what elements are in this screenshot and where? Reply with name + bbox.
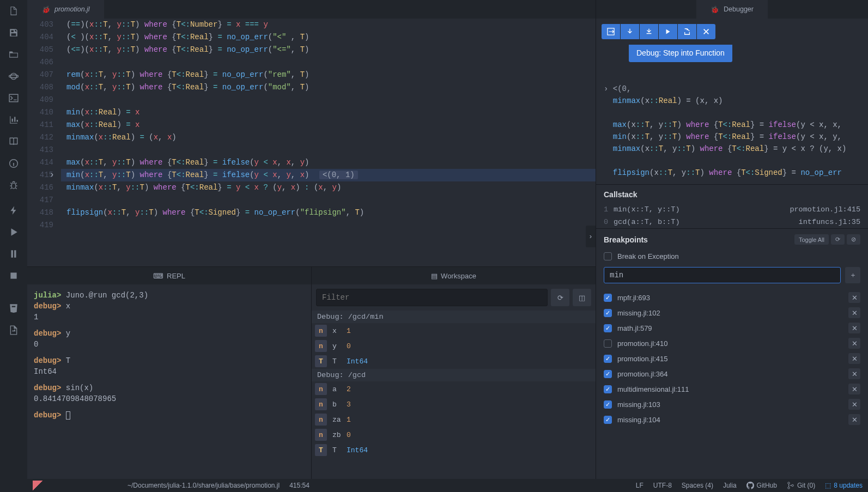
code-line[interactable]: flipsign(x::T, y::T) where {T<:Signed} =… [61,206,596,219]
new-file-icon[interactable] [8,5,19,16]
status-cursor[interactable]: 415:54 [289,482,309,489]
workspace-row[interactable]: na2 [312,381,596,397]
refresh-breakpoints-button[interactable]: ⟳ [831,234,845,245]
debug-continue-button[interactable] [602,24,620,39]
play-icon[interactable] [8,227,19,238]
pdf-icon[interactable] [8,325,19,336]
toggle-all-breakpoints-button[interactable]: Toggle All [794,234,829,245]
code-line[interactable]: min(x::T, y::T) where {T<:Real} = ifelse… [61,169,596,181]
workspace-row[interactable]: ny0 [312,338,596,354]
break-on-exception-checkbox[interactable] [604,252,612,260]
workspace-module-button[interactable]: ◫ [573,289,591,306]
code-line[interactable] [61,144,596,156]
breakpoint-label[interactable]: missing.jl:104 [617,416,843,424]
html-icon[interactable] [8,303,19,314]
delete-breakpoint-button[interactable]: ✕ [848,338,860,349]
status-git[interactable]: Git (0) [787,482,815,489]
breakpoint-label[interactable]: promotion.jl:415 [617,355,843,363]
code-line[interactable]: (<=)(x::T, y::T) where {T<:Real} = no_op… [61,44,596,56]
workspace-row[interactable]: nb3 [312,397,596,412]
code-line[interactable] [61,194,596,206]
callstack-row[interactable]: 0gcd(a::T, b::T)intfuncs.jl:35 [596,216,868,228]
breakpoint-checkbox[interactable]: ✓ [604,385,612,393]
code-line[interactable]: minmax(x::T, y::T) where {T<:Real} = y <… [61,181,596,194]
code-line[interactable]: minmax(x::Real) = (x, x) [61,131,596,144]
callstack-row[interactable]: 1min(x::T, y::T)promotion.jl:415 [596,203,868,216]
breakpoint-label[interactable]: mpfr.jl:693 [617,294,843,302]
status-lf[interactable]: LF [636,482,644,489]
breakpoint-checkbox[interactable]: ✓ [604,309,612,317]
code-line[interactable]: max(x::Real) = x [61,119,596,131]
breakpoint-label[interactable]: missing.jl:103 [617,400,843,409]
book-icon[interactable] [8,136,19,147]
code-editor[interactable]: 4034044054064074084094104114124134144154… [27,19,596,266]
code-line[interactable]: mod(x::T, y::T) where {T<:Real} = no_op_… [61,81,596,94]
status-spaces[interactable]: Spaces (4) [682,482,713,489]
toggle-right-panel[interactable]: › [586,226,596,247]
code-line[interactable]: min(x::Real) = x [61,106,596,119]
workspace-group-header[interactable]: Debug: /gcd [312,369,596,381]
repl-header[interactable]: ⌨ REPL [27,267,311,284]
workspace-row[interactable]: nzb0 [312,427,596,442]
debug-step-over-button[interactable] [621,24,639,39]
delete-breakpoint-button[interactable]: ✕ [848,384,860,394]
code-line[interactable] [61,56,596,69]
breakpoint-label[interactable]: math.jl:579 [617,324,843,332]
workspace-row[interactable]: nza1 [312,412,596,427]
breakpoint-label[interactable]: missing.jl:102 [617,309,843,317]
debug-step-out-button[interactable] [678,24,696,39]
planet-icon[interactable] [8,71,19,82]
breakpoint-label[interactable]: promotion.jl:410 [617,339,843,348]
tab-debugger[interactable]: 🐞 Debugger [696,0,768,19]
pause-icon[interactable] [8,248,19,259]
workspace-group-header[interactable]: Debug: /gcd/min [312,311,596,323]
folder-icon[interactable] [8,49,19,60]
debug-step-into-button[interactable] [640,24,658,39]
terminal-icon[interactable] [8,93,19,104]
chart-icon[interactable] [8,114,19,125]
stop-icon[interactable] [8,270,19,281]
delete-breakpoint-button[interactable]: ✕ [848,353,860,364]
bolt-icon[interactable] [8,205,19,216]
bug-icon[interactable] [8,180,19,191]
breakpoint-checkbox[interactable]: ✓ [604,400,612,409]
delete-breakpoint-button[interactable]: ✕ [848,414,860,425]
status-path[interactable]: ~/Documents/julia-1.1.0/share/julia/base… [128,482,280,489]
status-lang[interactable]: Julia [723,482,737,489]
save-icon[interactable] [8,27,19,38]
breakpoint-checkbox[interactable] [604,339,612,348]
status-encoding[interactable]: UTF-8 [653,482,672,489]
workspace-row[interactable]: nx1 [312,323,596,338]
code-line[interactable]: (==)(x::T, y::T) where {T<:Number} = x =… [61,19,596,31]
debug-step-next-button[interactable] [659,24,677,39]
debug-stop-button[interactable] [697,24,715,39]
workspace-header[interactable]: ▤ Workspace [312,267,596,284]
status-indicator[interactable] [33,481,43,490]
breakpoint-checkbox[interactable]: ✓ [604,324,612,332]
delete-breakpoint-button[interactable]: ✕ [848,307,860,318]
workspace-row[interactable]: TTInt64 [312,442,596,458]
code-line[interactable] [61,94,596,106]
breakpoint-label[interactable]: multidimensional.jl:111 [617,385,843,393]
workspace-refresh-button[interactable]: ⟳ [551,289,569,306]
add-breakpoint-button[interactable]: ＋ [845,267,860,283]
breakpoint-input[interactable] [604,267,841,283]
delete-breakpoint-button[interactable]: ✕ [848,399,860,410]
delete-breakpoint-button[interactable]: ✕ [848,323,860,333]
info-icon[interactable] [8,158,19,169]
breakpoint-checkbox[interactable]: ✓ [604,416,612,424]
breakpoint-checkbox[interactable]: ✓ [604,370,612,378]
code-line[interactable]: (< )(x::T, y::T) where {T<:Real} = no_op… [61,31,596,44]
delete-breakpoint-button[interactable]: ✕ [848,368,860,379]
repl-body[interactable]: julia> Juno.@run gcd(2,3)debug> x1debug>… [27,284,311,479]
breakpoint-checkbox[interactable]: ✓ [604,355,612,363]
code-line[interactable]: rem(x::T, y::T) where {T<:Real} = no_op_… [61,69,596,81]
breakpoint-label[interactable]: promotion.jl:364 [617,370,843,378]
code-line[interactable] [61,219,596,232]
breakpoint-checkbox[interactable]: ✓ [604,294,612,302]
workspace-row[interactable]: TTInt64 [312,354,596,369]
workspace-filter-input[interactable] [316,289,548,306]
status-updates[interactable]: ⬚ 8 updates [825,482,863,489]
tab-promotion-jl[interactable]: 🐞 promotion.jl [27,0,104,19]
status-github[interactable]: GitHub [746,482,777,489]
